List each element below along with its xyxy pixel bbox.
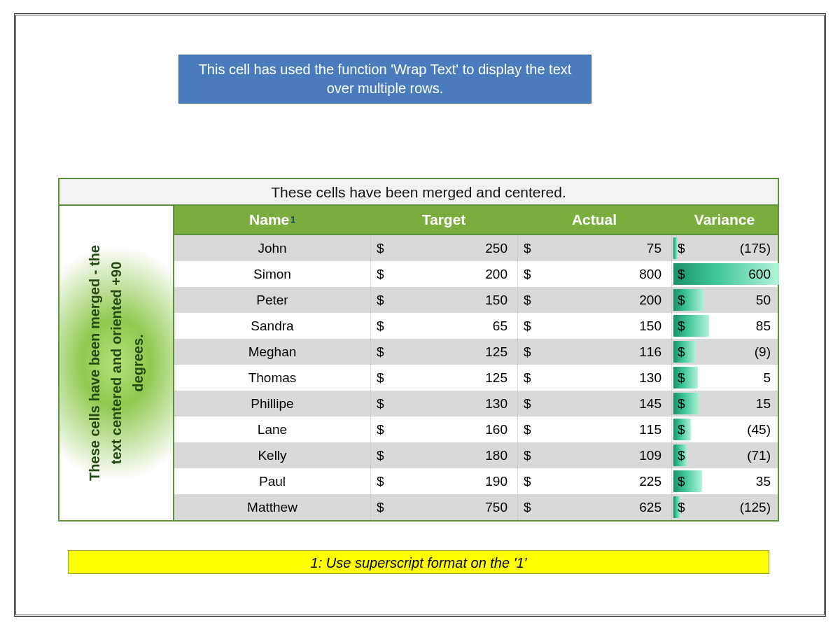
cell-name[interactable]: Simon xyxy=(174,261,370,287)
cell-actual[interactable]: $150 xyxy=(517,313,671,339)
cell-name[interactable]: Thomas xyxy=(174,365,370,391)
cell-target[interactable]: $160 xyxy=(370,416,517,442)
footnote-cell: 1: Use superscript format on the '1' xyxy=(68,550,769,574)
header-variance-label: Variance xyxy=(694,211,755,228)
cell-target[interactable]: $180 xyxy=(370,442,517,468)
cell-actual[interactable]: $130 xyxy=(517,365,671,391)
cell-name[interactable]: John xyxy=(174,235,370,261)
cell-actual[interactable]: $200 xyxy=(517,287,671,313)
worksheet-frame: This cell has used the function 'Wrap Te… xyxy=(14,13,826,617)
cell-variance[interactable]: $(175) xyxy=(671,235,778,261)
cell-actual[interactable]: $225 xyxy=(517,468,671,494)
cell-target[interactable]: $190 xyxy=(370,468,517,494)
table-row[interactable]: Lane$160$115$(45) xyxy=(174,416,778,442)
header-target-label: Target xyxy=(422,211,466,228)
cell-variance[interactable]: $85 xyxy=(671,313,778,339)
table-row[interactable]: Peter$150$200$50 xyxy=(174,287,778,313)
cell-variance[interactable]: $50 xyxy=(671,287,778,313)
cell-variance[interactable]: $(45) xyxy=(671,416,778,442)
header-actual-label: Actual xyxy=(572,211,617,228)
cell-name[interactable]: Lane xyxy=(174,416,370,442)
merged-centered-cell: These cells have been merged and centere… xyxy=(59,179,778,206)
table-header-row: Name1 Target Actual Variance xyxy=(174,206,778,235)
header-target: Target xyxy=(370,206,517,234)
cell-target[interactable]: $130 xyxy=(370,391,517,416)
table-row[interactable]: Matthew$750$625$(125) xyxy=(174,494,778,520)
cell-actual[interactable]: $116 xyxy=(517,339,671,365)
table-row[interactable]: John$250$75$(175) xyxy=(174,235,778,261)
cell-variance[interactable]: $600 xyxy=(671,261,778,287)
data-rows: John$250$75$(175)Simon$200$800$600Peter$… xyxy=(174,235,778,520)
wrap-text-cell-text: This cell has used the function 'Wrap Te… xyxy=(189,60,581,98)
cell-actual[interactable]: $800 xyxy=(517,261,671,287)
cell-name[interactable]: Paul xyxy=(174,468,370,494)
table-row[interactable]: Paul$190$225$35 xyxy=(174,468,778,494)
cell-target[interactable]: $125 xyxy=(370,339,517,365)
cell-target[interactable]: $250 xyxy=(370,235,517,261)
cell-target[interactable]: $65 xyxy=(370,313,517,339)
table-row[interactable]: Meghan$125$116$(9) xyxy=(174,339,778,365)
cell-actual[interactable]: $109 xyxy=(517,442,671,468)
cell-name[interactable]: Phillipe xyxy=(174,391,370,416)
cell-variance[interactable]: $(125) xyxy=(671,494,778,520)
table-row[interactable]: Simon$200$800$600 xyxy=(174,261,778,287)
cell-target[interactable]: $150 xyxy=(370,287,517,313)
header-name-label: Name xyxy=(249,211,289,228)
cell-actual[interactable]: $75 xyxy=(517,235,671,261)
cell-variance[interactable]: $(9) xyxy=(671,339,778,365)
cell-target[interactable]: $750 xyxy=(370,494,517,520)
cell-name[interactable]: Meghan xyxy=(174,339,370,365)
rotated-merged-cell: These cells have been merged - thetext c… xyxy=(59,206,174,520)
cell-variance[interactable]: $5 xyxy=(671,365,778,391)
table-row[interactable]: Sandra$65$150$85 xyxy=(174,313,778,339)
footnote-text: 1: Use superscript format on the '1' xyxy=(311,555,527,570)
cell-name[interactable]: Sandra xyxy=(174,313,370,339)
table-body: Name1 Target Actual Variance John$250$75… xyxy=(174,206,778,520)
cell-name[interactable]: Matthew xyxy=(174,494,370,520)
cell-target[interactable]: $200 xyxy=(370,261,517,287)
header-name-superscript: 1 xyxy=(290,215,295,225)
cell-name[interactable]: Peter xyxy=(174,287,370,313)
cell-variance[interactable]: $15 xyxy=(671,391,778,416)
header-variance: Variance xyxy=(671,206,778,234)
header-actual: Actual xyxy=(517,206,671,234)
header-name: Name1 xyxy=(174,206,370,234)
cell-name[interactable]: Kelly xyxy=(174,442,370,468)
merged-centered-cell-text: These cells have been merged and centere… xyxy=(271,184,566,200)
cell-target[interactable]: $125 xyxy=(370,365,517,391)
wrap-text-cell: This cell has used the function 'Wrap Te… xyxy=(178,55,592,104)
table-row[interactable]: Kelly$180$109$(71) xyxy=(174,442,778,468)
rotated-merged-cell-text: These cells have been merged - thetext c… xyxy=(84,245,149,481)
table-row[interactable]: Phillipe$130$145$15 xyxy=(174,391,778,416)
cell-variance[interactable]: $(71) xyxy=(671,442,778,468)
cell-actual[interactable]: $145 xyxy=(517,391,671,416)
cell-variance[interactable]: $35 xyxy=(671,468,778,494)
cell-actual[interactable]: $115 xyxy=(517,416,671,442)
table-row[interactable]: Thomas$125$130$5 xyxy=(174,365,778,391)
cell-actual[interactable]: $625 xyxy=(517,494,671,520)
data-table: These cells have been merged and centere… xyxy=(58,178,779,522)
